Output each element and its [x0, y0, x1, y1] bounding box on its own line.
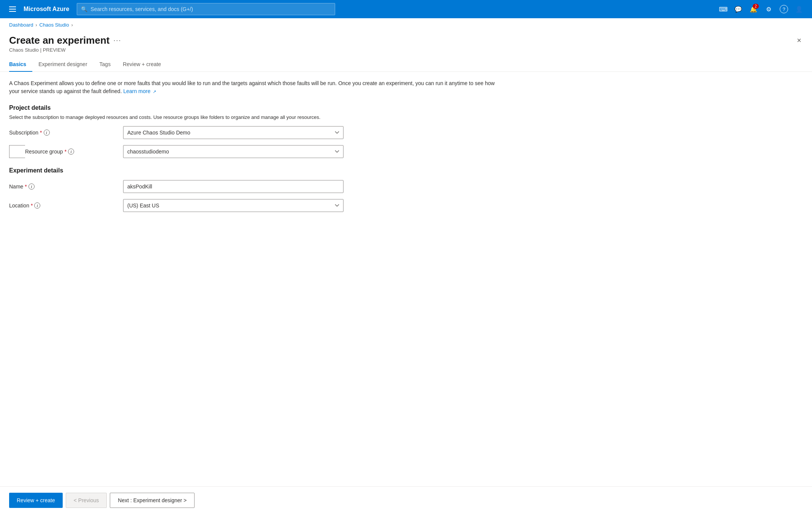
learn-more-link[interactable]: Learn more ↗: [123, 88, 156, 94]
breadcrumb: Dashboard › Chaos Studio ›: [0, 18, 812, 32]
footer-actions: Review + create < Previous Next : Experi…: [0, 486, 812, 514]
name-control: [123, 180, 343, 193]
breadcrumb-separator-1: ›: [36, 22, 37, 28]
name-label: Name * i: [9, 183, 123, 190]
main-content: Dashboard › Chaos Studio › Create an exp…: [0, 18, 812, 514]
resource-group-label-text: Resource group * i: [25, 149, 74, 155]
resource-group-required-star: *: [65, 149, 66, 155]
tab-review-create[interactable]: Review + create: [117, 57, 167, 72]
search-icon: 🔍: [81, 6, 87, 12]
breadcrumb-separator-2: ›: [71, 22, 73, 28]
tab-bar: Basics Experiment designer Tags Review +…: [0, 57, 812, 72]
global-search-box[interactable]: 🔍: [77, 3, 335, 15]
hamburger-menu-button[interactable]: [6, 3, 19, 15]
resource-group-field-group: Resource group * i chaosstudiodemo: [9, 145, 351, 158]
section-divider: Experiment details: [9, 167, 803, 174]
search-input[interactable]: [90, 6, 331, 12]
name-field-group: Name * i: [9, 180, 351, 193]
subscription-select[interactable]: Azure Chaos Studio Demo: [123, 126, 343, 139]
close-button[interactable]: ×: [795, 35, 803, 46]
project-details-title: Project details: [9, 104, 803, 111]
name-info-icon[interactable]: i: [28, 183, 35, 190]
next-button[interactable]: Next : Experiment designer >: [110, 493, 195, 508]
page-title: Create an experiment ···: [9, 35, 121, 46]
resource-group-control: chaosstudiodemo: [123, 145, 343, 158]
azure-brand-logo: Microsoft Azure: [24, 6, 69, 13]
location-field-group: Location * i (US) East US: [9, 199, 351, 212]
subscription-info-icon[interactable]: i: [44, 130, 50, 136]
form-content: A Chaos Experiment allows you to define …: [0, 72, 812, 486]
location-label: Location * i: [9, 202, 123, 209]
location-select[interactable]: (US) East US: [123, 199, 343, 212]
page-title-text: Create an experiment: [9, 35, 109, 46]
feedback-button[interactable]: 💬: [731, 2, 745, 16]
topnav-icon-group: ⌨ 💬 🔔 2 ⚙ ? 👤: [716, 2, 806, 16]
experiment-details-title: Experiment details: [9, 167, 803, 174]
notifications-badge: 2: [753, 4, 759, 9]
external-link-icon: ↗: [153, 89, 156, 94]
tab-experiment-designer[interactable]: Experiment designer: [32, 57, 93, 72]
help-icon: ?: [780, 5, 788, 13]
tab-basics[interactable]: Basics: [9, 57, 32, 72]
resource-group-label-area: Resource group * i: [9, 145, 123, 158]
location-control: (US) East US: [123, 199, 343, 212]
subscription-field-group: Subscription * i Azure Chaos Studio Demo: [9, 126, 351, 139]
review-create-button[interactable]: Review + create: [9, 493, 63, 508]
subscription-required-star: *: [40, 130, 42, 136]
subscription-label: Subscription * i: [9, 130, 123, 136]
previous-button[interactable]: < Previous: [66, 493, 107, 508]
page-subtitle: Chaos Studio | PREVIEW: [9, 47, 121, 53]
settings-button[interactable]: ⚙: [762, 2, 776, 16]
resource-group-info-icon[interactable]: i: [68, 149, 74, 155]
top-navigation: Microsoft Azure 🔍 ⌨ 💬 🔔 2 ⚙ ? 👤: [0, 0, 812, 18]
page-header: Create an experiment ··· Chaos Studio | …: [0, 32, 812, 53]
cloud-shell-icon: ⌨: [719, 6, 728, 13]
project-details-desc: Select the subscription to manage deploy…: [9, 114, 803, 120]
account-icon: 👤: [795, 6, 803, 13]
feedback-icon: 💬: [734, 6, 742, 13]
cloud-shell-button[interactable]: ⌨: [716, 2, 730, 16]
breadcrumb-chaos-studio[interactable]: Chaos Studio: [40, 22, 69, 28]
location-info-icon[interactable]: i: [34, 202, 40, 209]
page-title-group: Create an experiment ··· Chaos Studio | …: [9, 35, 121, 53]
resource-group-select[interactable]: chaosstudiodemo: [123, 145, 343, 158]
breadcrumb-dashboard[interactable]: Dashboard: [9, 22, 33, 28]
settings-icon: ⚙: [766, 6, 771, 13]
more-options-button[interactable]: ···: [113, 36, 121, 44]
resource-group-link-box: [9, 145, 25, 158]
notifications-button[interactable]: 🔔 2: [747, 2, 760, 16]
help-button[interactable]: ?: [777, 2, 791, 16]
tab-tags[interactable]: Tags: [93, 57, 117, 72]
account-button[interactable]: 👤: [792, 2, 806, 16]
subscription-control: Azure Chaos Studio Demo: [123, 126, 343, 139]
info-text: A Chaos Experiment allows you to define …: [9, 79, 495, 95]
name-input[interactable]: [123, 180, 343, 193]
location-required-star: *: [31, 202, 33, 209]
name-required-star: *: [25, 183, 27, 190]
